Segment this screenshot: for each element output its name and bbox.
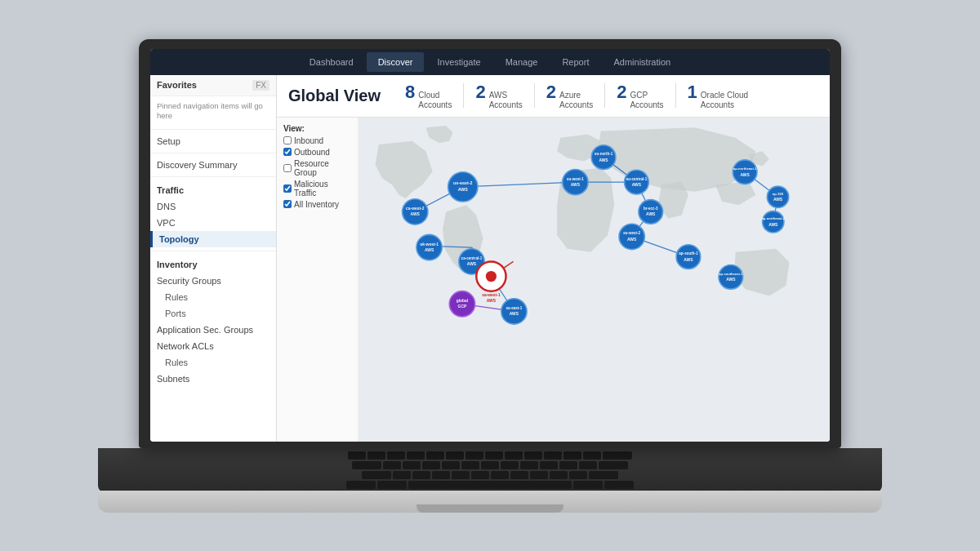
- key: [544, 451, 562, 460]
- svg-text:AWS: AWS: [726, 278, 736, 282]
- svg-text:sa-west-1: sa-west-1: [482, 293, 501, 297]
- stat-azure-label: AzureAccounts: [559, 91, 593, 110]
- stat-aws-label: AWSAccounts: [489, 91, 523, 110]
- nav-tab-discover[interactable]: Discover: [367, 52, 425, 72]
- map-body: View: Inbound Outbound Res: [277, 118, 830, 442]
- nav-tab-dashboard[interactable]: Dashboard: [298, 52, 365, 72]
- node-sa-east-1[interactable]: sa-east-1 AWS: [501, 298, 527, 323]
- checkbox-resource-group[interactable]: Resource Group: [283, 159, 351, 177]
- key: [346, 481, 376, 489]
- node-br-ecc-3[interactable]: br-ecc-3 AWS: [639, 199, 663, 224]
- sidebar-item-rules-1[interactable]: Rules: [150, 289, 276, 305]
- key: [377, 481, 407, 489]
- sidebar-item-setup[interactable]: Setup: [150, 133, 276, 149]
- checkbox-inbound[interactable]: Inbound: [283, 136, 351, 145]
- node-ap-south-1[interactable]: ap-south-1 AWS: [676, 244, 701, 269]
- malicious-checkbox[interactable]: [283, 184, 292, 193]
- nav-tab-manage[interactable]: Manage: [494, 52, 550, 72]
- nav-tab-investigate[interactable]: Investigate: [425, 52, 492, 72]
- checkbox-outbound[interactable]: Outbound: [283, 148, 351, 157]
- malicious-label: Malicious Traffic: [294, 180, 351, 198]
- sidebar-item-dns[interactable]: DNS: [150, 198, 276, 215]
- svg-point-46: [733, 159, 757, 184]
- sidebar-item-ports[interactable]: Ports: [150, 305, 276, 322]
- stat-gcp-number: 2: [617, 82, 626, 103]
- key: [442, 461, 460, 469]
- key: [368, 451, 385, 460]
- view-label: View:: [283, 124, 351, 133]
- svg-text:AWS: AWS: [467, 262, 477, 266]
- sidebar-item-rules-2[interactable]: Rules: [150, 354, 276, 371]
- key: [520, 461, 538, 469]
- svg-text:ca-west-2: ca-west-2: [406, 206, 425, 210]
- inventory-label: Inventory: [157, 260, 198, 269]
- svg-text:us-east-2: us-east-2: [453, 180, 472, 184]
- svg-text:AWS: AWS: [571, 183, 581, 187]
- key: [403, 461, 421, 469]
- node-eu-north-1[interactable]: eu-north-1 AWS: [591, 144, 616, 169]
- node-uk-west-1[interactable]: uk-west-1 AWS: [416, 234, 442, 260]
- svg-text:br-ecc-3: br-ecc-3: [644, 206, 658, 210]
- favorites-section: Pinned navigation items will go here: [150, 96, 276, 127]
- key: [407, 451, 425, 460]
- inventory-checkbox[interactable]: [283, 200, 292, 208]
- checkbox-malicious[interactable]: Malicious Traffic: [283, 180, 351, 198]
- stat-divider-2: [534, 83, 535, 108]
- key: [466, 451, 483, 460]
- node-ca-west-2[interactable]: ca-west-2 AWS: [403, 198, 428, 224]
- svg-text:AWS: AWS: [627, 237, 637, 241]
- nav-tab-report[interactable]: Report: [550, 52, 600, 72]
- map-area: Global View 8 CloudAccounts 2 AWSAccount…: [277, 75, 830, 442]
- node-eu-central-1[interactable]: eu-central-1 AWS: [625, 170, 649, 194]
- key: [485, 451, 503, 460]
- resource-group-checkbox[interactable]: [283, 164, 292, 172]
- svg-text:ap-northeast-1: ap-northeast-1: [733, 167, 757, 171]
- sidebar-item-security-groups[interactable]: Security Groups: [150, 273, 276, 289]
- inbound-label: Inbound: [294, 136, 323, 145]
- svg-text:AWS: AWS: [425, 248, 434, 252]
- checkbox-inventory[interactable]: All Inventory: [283, 200, 351, 209]
- sidebar-item-subnets[interactable]: Subnets: [150, 371, 276, 387]
- sidebar-item-network-acls[interactable]: Network ACLs: [150, 338, 276, 354]
- svg-point-40: [639, 199, 663, 224]
- key: [604, 481, 634, 489]
- node-global-gcp[interactable]: global GCP: [449, 291, 474, 316]
- svg-line-1: [463, 182, 576, 187]
- sidebar: Favorites FX Pinned navigation items wil…: [150, 75, 277, 442]
- key: [569, 471, 587, 479]
- map-header: Global View 8 CloudAccounts 2 AWSAccount…: [277, 75, 830, 118]
- sidebar-item-discovery-summary[interactable]: Discovery Summary: [150, 157, 276, 173]
- node-us-east-2[interactable]: us-east-2 AWS: [448, 171, 478, 201]
- stat-cloud-label: CloudAccounts: [418, 91, 452, 110]
- node-eu-west-2[interactable]: eu-west-2 AWS: [619, 224, 644, 249]
- svg-text:sa-east-1: sa-east-1: [506, 305, 523, 309]
- divider-4: [150, 251, 276, 251]
- stat-oracle-number: 1: [688, 82, 697, 103]
- node-ap-northeast-2[interactable]: ap-northeast-2 AWS: [761, 211, 785, 232]
- svg-text:AWS: AWS: [646, 212, 656, 216]
- laptop-outer: Dashboard Discover Investigate Manage Re…: [122, 39, 858, 513]
- key: [603, 451, 632, 460]
- main-content: Favorites FX Pinned navigation items wil…: [150, 75, 830, 442]
- key: [471, 471, 489, 479]
- key: [583, 451, 601, 460]
- sidebar-item-vpc[interactable]: VPC: [150, 215, 276, 231]
- laptop-bezel: Dashboard Discover Investigate Manage Re…: [139, 39, 841, 448]
- fx-icon[interactable]: FX: [252, 80, 270, 91]
- node-ap-160[interactable]: ap-160 AWS: [767, 186, 788, 207]
- inbound-checkbox[interactable]: [283, 136, 292, 144]
- sidebar-item-app-sec-groups[interactable]: Application Sec. Groups: [150, 322, 276, 338]
- node-sa-west-alert[interactable]: sa-west-1 AWS: [476, 261, 506, 302]
- node-ap-northeast-1[interactable]: ap-northeast-1 AWS: [733, 159, 757, 184]
- nav-tab-administration[interactable]: Administration: [602, 52, 682, 72]
- svg-point-49: [767, 186, 788, 207]
- key: [481, 461, 499, 469]
- svg-point-18: [403, 198, 428, 224]
- key: [362, 471, 391, 479]
- svg-text:eu-west-1: eu-west-1: [567, 176, 584, 180]
- node-ap-southeast-1[interactable]: ap-southeast-1 AWS: [719, 264, 743, 289]
- outbound-checkbox[interactable]: [283, 148, 292, 156]
- node-eu-west-1[interactable]: eu-west-1 AWS: [563, 169, 588, 194]
- sidebar-item-topology[interactable]: Topology: [150, 231, 276, 247]
- svg-text:AWS: AWS: [741, 172, 751, 176]
